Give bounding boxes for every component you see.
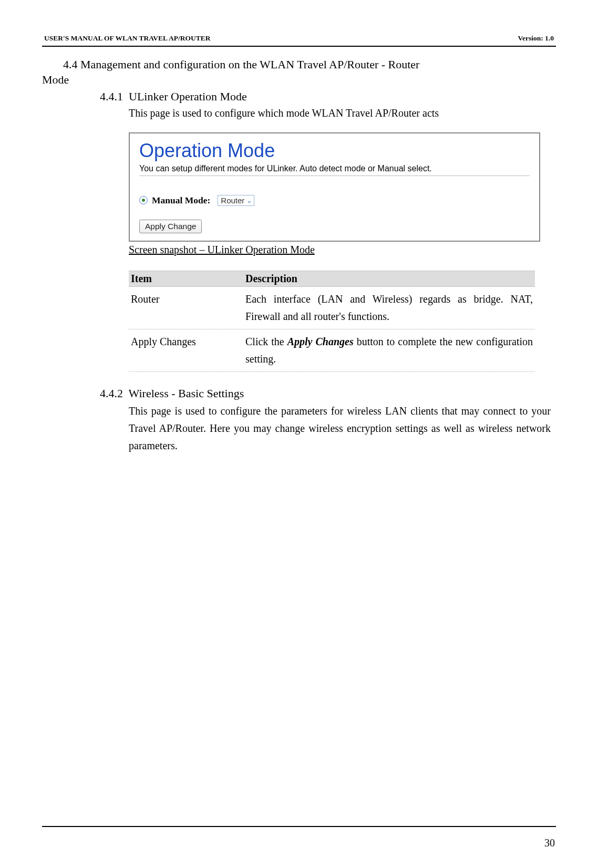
- mode-select-value: Router: [221, 196, 244, 205]
- page-number: 30: [544, 837, 555, 849]
- apply-change-button[interactable]: Apply Change: [139, 220, 202, 233]
- operation-mode-screenshot: Operation Mode You can setup different m…: [129, 132, 540, 242]
- mode-select[interactable]: Router ⌄: [218, 195, 254, 206]
- description-table: Item Description Router Each interface (…: [129, 271, 535, 372]
- chevron-down-icon: ⌄: [246, 197, 252, 204]
- table-row: Apply Changes Click the Apply Changes bu…: [129, 329, 535, 372]
- manual-mode-label: Manual Mode:: [152, 195, 210, 206]
- header-right: Version: 1.0: [518, 34, 554, 43]
- header-divider: [42, 46, 556, 47]
- footer-divider: [42, 826, 556, 827]
- table-row: Router Each interface (LAN and Wireless)…: [129, 287, 535, 329]
- table-header-description: Description: [243, 271, 535, 286]
- section-4-4-1-desc: This page is used to configure which mod…: [129, 106, 551, 121]
- table-header-item: Item: [129, 271, 243, 286]
- header-left: USER'S MANUAL OF WLAN TRAVEL AP/ROUTER: [44, 34, 210, 43]
- section-4-4-2-desc: This page is used to configure the param…: [129, 402, 551, 454]
- section-4-4-2-heading: 4.4.2 Wireless - Basic Settings: [100, 387, 556, 400]
- screenshot-caption: Screen snapshot – ULinker Operation Mode: [129, 244, 556, 256]
- screenshot-subtext: You can setup different modes for ULinke…: [139, 164, 530, 176]
- manual-mode-radio[interactable]: [139, 196, 148, 204]
- screenshot-title: Operation Mode: [139, 140, 530, 162]
- section-4-4-1-heading: 4.4.1 ULinker Operation Mode: [100, 90, 556, 104]
- section-4-4-heading: 4.4 Management and configuration on the …: [42, 56, 556, 87]
